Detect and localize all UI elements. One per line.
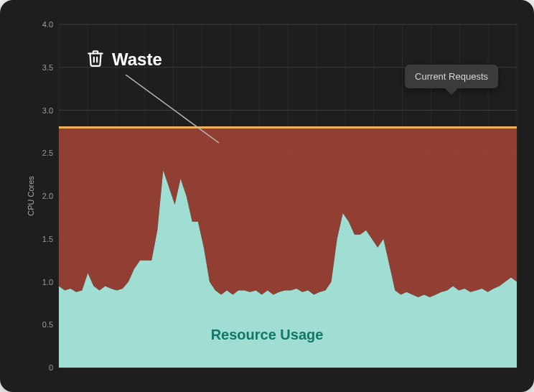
waste-text: Waste [112, 51, 162, 68]
svg-text:1.0: 1.0 [42, 278, 53, 286]
tooltip-text: Current Requests [415, 71, 488, 82]
svg-text:0.5: 0.5 [42, 320, 53, 329]
y-axis-label: CPU Cores [27, 176, 35, 216]
resource-usage-label: Resource Usage [211, 327, 324, 342]
svg-text:2.5: 2.5 [42, 149, 53, 157]
current-requests-tooltip: Current Requests [405, 65, 498, 88]
svg-text:0: 0 [49, 363, 53, 372]
svg-text:3.5: 3.5 [42, 63, 53, 72]
svg-text:3.0: 3.0 [42, 106, 53, 115]
svg-text:1.5: 1.5 [42, 235, 53, 243]
trash-icon [86, 49, 105, 70]
svg-text:4.0: 4.0 [42, 20, 53, 29]
waste-label: Waste [86, 49, 162, 70]
svg-text:2.0: 2.0 [42, 192, 53, 200]
chart-panel: CPU Cores 00.51.01.52.02.53.03.54.0 Wast… [0, 0, 534, 392]
